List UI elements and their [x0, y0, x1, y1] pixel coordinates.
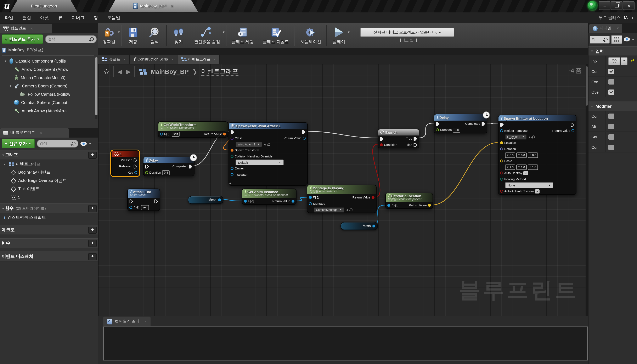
maximize-button[interactable] — [611, 1, 622, 10]
float-pin[interactable] — [436, 128, 439, 131]
vector-field[interactable]: X0.0 — [505, 152, 515, 158]
chevron-down-icon[interactable]: ▼ — [89, 142, 91, 145]
getworldtransform-node[interactable]: fGetWorldTransform타깃은 Scene Component타깃s… — [158, 122, 228, 138]
exec-pin[interactable] — [414, 136, 417, 141]
asset-dropdown[interactable]: P_ky_hit1▼ — [505, 134, 526, 140]
back-icon[interactable]: ◀ — [118, 68, 122, 76]
add-function-button[interactable]: + — [88, 205, 97, 212]
pin-default-value[interactable]: self — [172, 132, 180, 136]
expander-icon[interactable]: ▼ — [3, 163, 7, 166]
branch-node[interactable]: BranchTrueConditionFalse — [378, 129, 419, 148]
class-pin[interactable] — [231, 137, 233, 140]
tab-event-graph[interactable]: 이벤트그래프 × — [177, 55, 220, 64]
input-key-1-node[interactable]: 1PressedReleasedKey — [111, 150, 139, 176]
chevron-down-icon[interactable]: ▼ — [347, 31, 350, 34]
object-pin[interactable] — [244, 200, 247, 202]
exec-pin[interactable] — [481, 122, 485, 126]
delay-1-node[interactable]: fDelayCompletedDuration0.8 — [143, 156, 194, 176]
vector-pin[interactable] — [500, 160, 503, 162]
bool-pin[interactable] — [500, 190, 503, 193]
variables-section-header[interactable]: 변수 + — [0, 238, 98, 248]
object-pin[interactable] — [500, 129, 503, 132]
checkbox-unchecked[interactable] — [608, 124, 614, 129]
exec-pin[interactable] — [189, 164, 192, 168]
add-component-button[interactable]: + 컴포넌트 추가 ▼ — [2, 34, 43, 44]
menu-debug[interactable]: 디버그 — [67, 15, 89, 21]
vector-field[interactable]: Y1.0 — [516, 164, 527, 170]
menu-window[interactable]: 창 — [89, 15, 103, 21]
use-selected-icon[interactable]: ◄ — [528, 135, 531, 138]
play-button[interactable]: ▼ 플레이 — [328, 23, 350, 48]
functions-section-header[interactable]: ▼ 함수 (29 오버라이더블) + — [0, 204, 98, 214]
tab-mainboy-bp[interactable]: MainBoy_BP* × — [109, 0, 198, 12]
checkbox-checked[interactable] — [608, 68, 614, 74]
component-self-row[interactable]: MainBoy_BP(셀프) — [2, 46, 94, 55]
graph-vertical-scrollbar[interactable] — [585, 64, 588, 316]
mesh-variable-node[interactable]: Mesh — [188, 196, 223, 204]
component-row-camera-boom[interactable]: ▼ Camera Boom (Camera) — [2, 82, 94, 90]
exec-pin[interactable] — [134, 164, 137, 168]
vector-field[interactable]: Y0.0 — [516, 152, 527, 158]
spawnactor-wind-attack-node[interactable]: SpawnActor Wind Attack 1ClassReturn Valu… — [228, 122, 308, 186]
vector-field[interactable]: Z1.0 — [528, 164, 538, 170]
transform-pin[interactable] — [223, 132, 226, 136]
input-key-1-item[interactable]: 1 — [0, 193, 98, 201]
exec-pin[interactable] — [154, 199, 158, 203]
pin-checkbox[interactable] — [535, 189, 539, 193]
exec-pin[interactable] — [145, 164, 149, 168]
pin-default-value[interactable]: 0.8 — [162, 170, 170, 175]
exec-pin[interactable] — [231, 130, 234, 134]
component-row-mesh[interactable]: Mesh (CharacterMesh0) — [2, 73, 94, 82]
object-pin[interactable] — [160, 132, 163, 136]
close-icon[interactable]: × — [617, 26, 619, 30]
debug-object-dropdown[interactable]: 선택된 디버그 오브젝트가 없습니다. ▼ — [361, 28, 454, 37]
graphs-section-header[interactable]: ▼ 그래프 + — [0, 150, 98, 160]
component-row-capsule[interactable]: ▼ Capsule Component (Collis — [2, 57, 94, 65]
exec-pin[interactable] — [302, 130, 306, 134]
object-pin[interactable] — [291, 200, 294, 202]
menu-edit[interactable]: 편집 — [18, 15, 36, 21]
checkbox-unchecked[interactable] — [608, 113, 614, 119]
details-search-input[interactable]: 디 — [590, 36, 610, 43]
menu-file[interactable]: 파일 — [0, 15, 18, 21]
object-pin[interactable] — [387, 204, 390, 207]
eye-icon[interactable] — [624, 37, 630, 42]
component-row-arrow[interactable]: Arrow Component (Arrow — [2, 65, 94, 73]
simulate-button[interactable]: 시뮬레이션 — [296, 23, 326, 48]
bool-pin[interactable] — [380, 143, 383, 146]
key-selector-button[interactable] — [608, 57, 620, 65]
exec-pin[interactable] — [134, 158, 137, 162]
tab-components[interactable]: 컴포넌트 × — [0, 24, 52, 33]
menu-asset[interactable]: 애셋 — [36, 15, 54, 21]
checkbox-unchecked[interactable] — [608, 79, 614, 84]
vector-pin[interactable] — [500, 141, 503, 144]
favorite-star-icon[interactable]: ☆ — [103, 67, 110, 76]
getworldlocation-node[interactable]: fGetWorldLocation타깃은 Scene Component타깃Re… — [385, 193, 433, 209]
breadcrumb-current[interactable]: 이벤트그래프 — [201, 68, 238, 76]
object-pin[interactable] — [231, 173, 233, 176]
checkbox-unchecked[interactable] — [608, 134, 614, 140]
float-pin[interactable] — [145, 171, 148, 174]
add-variable-button[interactable]: + — [88, 240, 97, 247]
event-dispatchers-section-header[interactable]: 이벤트 디스패처 + — [0, 252, 98, 262]
browse-button[interactable]: 탐색 — [144, 23, 165, 48]
tab-compiler-results[interactable]: 컴파일러 결과 × — [103, 316, 151, 326]
vector-field[interactable]: Z0.0 — [528, 152, 538, 158]
vector-field[interactable]: X1.0 — [505, 164, 515, 170]
scrollbar[interactable] — [95, 57, 98, 119]
pin-default-value[interactable]: 0.8 — [453, 128, 460, 132]
asset-dropdown[interactable]: CombatMontage▼ — [314, 207, 344, 212]
asset-dropdown[interactable]: Wind Attack 1▼ — [235, 142, 262, 147]
object-pin[interactable] — [309, 202, 312, 205]
add-graph-button[interactable]: + — [88, 152, 97, 159]
key-pin[interactable] — [134, 171, 137, 174]
collapse-icon[interactable]: ▲ — [229, 182, 231, 184]
find-button[interactable]: 찾기 — [168, 23, 190, 48]
exec-pin[interactable] — [129, 199, 133, 203]
launcher-icon[interactable] — [588, 1, 597, 10]
save-button[interactable]: 저장 — [122, 23, 144, 48]
tick-event-item[interactable]: Tick 이벤트 — [0, 185, 98, 193]
components-search-input[interactable]: 검색 — [45, 35, 97, 43]
add-new-button[interactable]: + 신규 추가 ▼ — [2, 139, 35, 148]
component-row-attack-arrow[interactable]: Attack Arrow (AttackArrc — [2, 106, 94, 115]
